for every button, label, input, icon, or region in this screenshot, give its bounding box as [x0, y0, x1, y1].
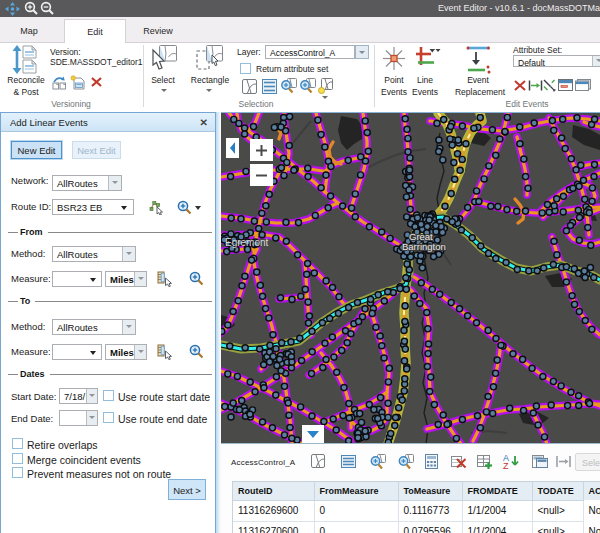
svg-text:Barrington: Barrington [402, 241, 446, 252]
svg-text:Egremont: Egremont [225, 237, 269, 248]
svg-text:Z: Z [503, 461, 509, 470]
